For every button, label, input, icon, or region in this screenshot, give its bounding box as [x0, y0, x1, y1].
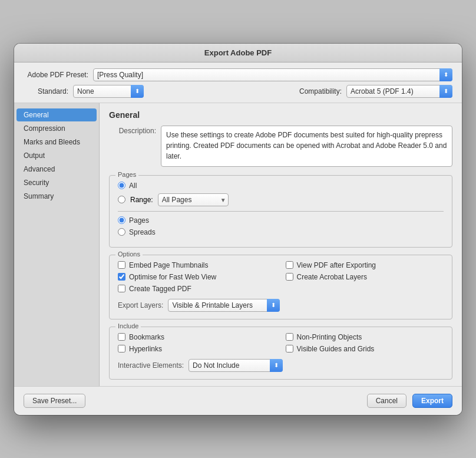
compatibility-label: Compatibility:	[299, 87, 342, 95]
optimise-row: Optimise for Fast Web View	[118, 273, 276, 281]
visible-guides-label: Visible Guides and Grids	[297, 345, 375, 353]
range-row: Range: All Pages Custom ▼	[118, 193, 444, 206]
sidebar-item-compression[interactable]: Compression	[16, 122, 97, 135]
pages-group-title: Pages	[115, 171, 138, 178]
content-area: General Description: Use these settings …	[100, 103, 462, 386]
include-checkbox-grid: Bookmarks Non-Printing Objects Hyperlink…	[118, 333, 444, 353]
sidebar: General Compression Marks and Bleeds Out…	[14, 103, 100, 386]
spreads-radio-row: Spreads	[118, 228, 444, 236]
embed-thumbnails-checkbox[interactable]	[118, 261, 125, 269]
bookmarks-label: Bookmarks	[129, 333, 164, 341]
range-label: Range:	[130, 196, 153, 204]
all-label: All	[129, 182, 137, 190]
pages-divider	[118, 211, 444, 212]
view-pdf-row: View PDF after Exporting	[286, 261, 444, 269]
optimise-label: Optimise for Fast Web View	[129, 273, 216, 281]
compatibility-select[interactable]: Acrobat 4 (PDF 1.3) Acrobat 5 (PDF 1.4) …	[346, 85, 452, 98]
create-tagged-row: Create Tagged PDF	[118, 285, 276, 293]
export-layers-row: Export Layers: Visible & Printable Layer…	[118, 299, 444, 312]
options-group: Options Embed Page Thumbnails View PDF a…	[109, 255, 452, 319]
standard-compatibility-row: Standard: None PDF/X-1a PDF/X-3 PDF/X-4 …	[24, 85, 452, 98]
interactive-elements-label: Interactive Elements:	[118, 361, 184, 370]
bookmarks-row: Bookmarks	[118, 333, 276, 341]
bookmarks-checkbox[interactable]	[118, 333, 125, 341]
non-printing-checkbox[interactable]	[286, 333, 293, 341]
visible-guides-checkbox[interactable]	[286, 345, 293, 352]
range-select[interactable]: All Pages Custom	[158, 193, 229, 206]
pages-label: Pages	[129, 216, 149, 225]
standard-label: Standard:	[24, 87, 68, 95]
range-radio[interactable]	[118, 196, 125, 203]
spreads-radio[interactable]	[118, 228, 125, 236]
compatibility-group: Compatibility: Acrobat 4 (PDF 1.3) Acrob…	[299, 85, 452, 98]
sidebar-item-marks-bleeds[interactable]: Marks and Bleeds	[16, 136, 97, 149]
non-printing-row: Non-Printing Objects	[286, 333, 444, 341]
dialog-title: Export Adobe PDF	[204, 48, 272, 57]
view-pdf-label: View PDF after Exporting	[297, 261, 376, 269]
view-pdf-checkbox[interactable]	[286, 261, 293, 269]
non-printing-label: Non-Printing Objects	[297, 333, 362, 341]
embed-thumbnails-row: Embed Page Thumbnails	[118, 261, 276, 269]
standard-group: Standard: None PDF/X-1a PDF/X-3 PDF/X-4 …	[24, 85, 144, 98]
description-row: Description: Use these settings to creat…	[109, 126, 452, 167]
pages-radio-row: Pages	[118, 216, 444, 225]
sidebar-item-summary[interactable]: Summary	[16, 190, 97, 203]
export-layers-label: Export Layers:	[118, 301, 163, 309]
description-box: Use these settings to create Adobe PDF d…	[161, 126, 452, 167]
spreads-label: Spreads	[129, 228, 156, 236]
interactive-select-wrapper: Do Not Include Include All ⬍	[189, 359, 283, 372]
preset-row: Adobe PDF Preset: [Press Quality] [High …	[24, 68, 452, 81]
pages-radio[interactable]	[118, 216, 125, 224]
create-acrobat-row: Create Acrobat Layers	[286, 273, 444, 281]
hyperlinks-row: Hyperlinks	[118, 345, 276, 353]
export-pdf-dialog: Export Adobe PDF Adobe PDF Preset: [Pres…	[14, 44, 462, 415]
sidebar-item-security[interactable]: Security	[16, 176, 97, 189]
preset-select[interactable]: [Press Quality] [High Quality Print] [PD…	[93, 68, 452, 81]
bottom-bar: Save Preset... Cancel Export	[14, 386, 462, 415]
section-title: General	[109, 110, 452, 120]
all-radio[interactable]	[118, 182, 125, 189]
interactive-select[interactable]: Do Not Include Include All	[189, 359, 283, 372]
interactive-elements-row: Interactive Elements: Do Not Include Inc…	[118, 359, 444, 372]
export-layers-select[interactable]: Visible & Printable Layers Visible Layer…	[168, 299, 280, 312]
sidebar-item-advanced[interactable]: Advanced	[16, 163, 97, 176]
all-radio-row: All	[118, 182, 444, 190]
options-group-title: Options	[115, 251, 143, 258]
description-label: Description:	[109, 126, 156, 167]
preset-label: Adobe PDF Preset:	[24, 71, 88, 79]
include-group: Include Bookmarks Non-Printing Objects H…	[109, 327, 452, 380]
preset-select-wrapper: [Press Quality] [High Quality Print] [PD…	[93, 68, 452, 81]
range-select-wrapper: All Pages Custom ▼	[158, 193, 229, 206]
export-layers-select-wrapper: Visible & Printable Layers Visible Layer…	[168, 299, 280, 312]
hyperlinks-checkbox[interactable]	[118, 345, 125, 352]
create-tagged-checkbox[interactable]	[118, 285, 125, 292]
dialog-titlebar: Export Adobe PDF	[14, 44, 462, 62]
standard-select-wrapper: None PDF/X-1a PDF/X-3 PDF/X-4 ⬍	[73, 85, 144, 98]
export-button[interactable]: Export	[412, 394, 452, 408]
pages-group: Pages All Range: All Pages Custom ▼	[109, 175, 452, 248]
standard-select[interactable]: None PDF/X-1a PDF/X-3 PDF/X-4	[73, 85, 144, 98]
optimise-checkbox[interactable]	[118, 273, 125, 281]
options-checkbox-grid: Embed Page Thumbnails View PDF after Exp…	[118, 261, 444, 293]
sidebar-item-general[interactable]: General	[16, 108, 97, 121]
create-acrobat-checkbox[interactable]	[286, 273, 293, 281]
embed-thumbnails-label: Embed Page Thumbnails	[129, 261, 209, 269]
sidebar-item-output[interactable]: Output	[16, 149, 97, 162]
compatibility-select-wrapper: Acrobat 4 (PDF 1.3) Acrobat 5 (PDF 1.4) …	[346, 85, 452, 98]
include-group-title: Include	[115, 322, 141, 330]
visible-guides-row: Visible Guides and Grids	[286, 345, 444, 353]
create-tagged-label: Create Tagged PDF	[129, 285, 191, 293]
create-acrobat-label: Create Acrobat Layers	[297, 273, 367, 281]
top-controls: Adobe PDF Preset: [Press Quality] [High …	[14, 62, 462, 103]
bottom-right-buttons: Cancel Export	[367, 394, 452, 408]
cancel-button[interactable]: Cancel	[367, 394, 406, 408]
hyperlinks-label: Hyperlinks	[129, 345, 162, 353]
main-area: General Compression Marks and Bleeds Out…	[14, 103, 462, 386]
save-preset-button[interactable]: Save Preset...	[24, 394, 85, 408]
